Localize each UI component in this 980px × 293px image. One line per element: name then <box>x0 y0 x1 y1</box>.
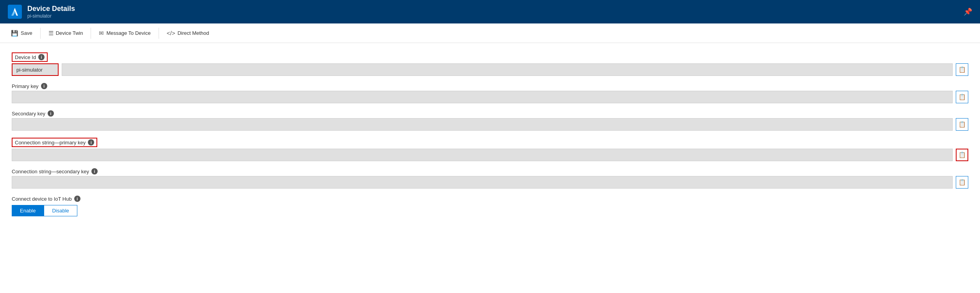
connect-device-section: Connect device to IoT Hub i Enable Disab… <box>12 196 968 216</box>
connection-string-secondary-input[interactable] <box>12 176 953 189</box>
envelope-icon: ✉ <box>99 30 104 37</box>
connection-string-primary-label-text: Connection string—primary key <box>15 140 86 146</box>
main-content: Device Id i 📋 Primary key i 📋 Sec <box>0 43 980 226</box>
copy-icon-4: 📋 <box>959 151 966 158</box>
connection-string-secondary-field-row: 📋 <box>12 176 968 189</box>
secondary-key-field-row: 📋 <box>12 118 968 131</box>
primary-key-field-row: 📋 <box>12 91 968 103</box>
list-icon: ☰ <box>48 30 54 37</box>
enable-button[interactable]: Enable <box>12 205 44 216</box>
device-id-group: Device Id i 📋 <box>12 52 968 76</box>
secondary-key-copy-button[interactable]: 📋 <box>956 118 968 131</box>
device-twin-button[interactable]: ☰ Device Twin <box>44 27 88 39</box>
connection-string-secondary-group: Connection string—secondary key i 📋 <box>12 168 968 189</box>
save-label: Save <box>21 30 32 36</box>
connection-string-primary-label-box: Connection string—primary key i <box>12 138 97 147</box>
copy-icon-2: 📋 <box>959 93 966 101</box>
connection-string-primary-label-wrapper: Connection string—primary key i <box>12 138 968 147</box>
secondary-key-label: Secondary key i <box>12 110 968 117</box>
secondary-key-input[interactable] <box>12 118 953 131</box>
toolbar-divider-3 <box>159 28 159 39</box>
disable-button[interactable]: Disable <box>44 205 77 216</box>
secondary-key-info-icon[interactable]: i <box>48 110 54 117</box>
connection-string-secondary-info-icon[interactable]: i <box>91 168 98 174</box>
connection-string-primary-group: Connection string—primary key i 📋 <box>12 138 968 161</box>
save-icon: 💾 <box>11 30 18 37</box>
device-id-info-icon[interactable]: i <box>38 54 45 60</box>
connection-string-primary-field-row: 📋 <box>12 149 968 161</box>
primary-key-group: Primary key i 📋 <box>12 83 968 103</box>
pin-icon[interactable]: 📌 <box>964 7 972 16</box>
save-button[interactable]: 💾 Save <box>6 27 37 39</box>
device-id-label-box: Device Id i <box>12 52 48 62</box>
connection-string-secondary-label: Connection string—secondary key i <box>12 168 968 174</box>
secondary-key-label-text: Secondary key <box>12 111 45 117</box>
primary-key-label-text: Primary key <box>12 83 39 89</box>
primary-key-input[interactable] <box>12 91 953 103</box>
copy-icon-3: 📋 <box>959 121 966 128</box>
app-subtitle: pi-simulator <box>27 13 75 19</box>
copy-icon: 📋 <box>959 66 966 73</box>
device-id-label-wrapper: Device Id i <box>12 52 968 62</box>
device-twin-label: Device Twin <box>56 30 83 36</box>
connection-string-secondary-label-text: Connection string—secondary key <box>12 169 89 174</box>
header-title-block: Device Details pi-simulator <box>27 5 75 19</box>
connection-string-primary-copy-button[interactable]: 📋 <box>956 149 968 161</box>
header-left: Device Details pi-simulator <box>8 5 75 19</box>
app-header: Device Details pi-simulator 📌 <box>0 0 980 23</box>
direct-method-button[interactable]: </> Direct Method <box>162 27 214 39</box>
device-id-input[interactable] <box>12 63 59 76</box>
primary-key-label: Primary key i <box>12 83 968 89</box>
direct-method-label: Direct Method <box>177 30 209 36</box>
code-icon: </> <box>167 30 175 36</box>
primary-key-info-icon[interactable]: i <box>41 83 47 89</box>
secondary-key-group: Secondary key i 📋 <box>12 110 968 131</box>
device-id-field-row: 📋 <box>12 63 968 76</box>
message-to-device-button[interactable]: ✉ Message To Device <box>94 27 155 39</box>
connect-device-info-icon[interactable]: i <box>74 196 80 202</box>
connect-device-btn-group: Enable Disable <box>12 205 968 216</box>
device-id-copy-button[interactable]: 📋 <box>956 63 968 76</box>
connection-string-primary-info-icon[interactable]: i <box>88 139 94 146</box>
device-id-fill-input[interactable] <box>62 63 953 76</box>
app-title: Device Details <box>27 5 75 13</box>
connect-device-label-text: Connect device to IoT Hub <box>12 196 72 202</box>
azure-logo <box>8 5 22 19</box>
primary-key-copy-button[interactable]: 📋 <box>956 91 968 103</box>
message-to-device-label: Message To Device <box>106 30 150 36</box>
toolbar-divider-2 <box>91 28 91 39</box>
connect-device-label: Connect device to IoT Hub i <box>12 196 968 202</box>
copy-icon-5: 📋 <box>959 179 966 186</box>
toolbar: 💾 Save ☰ Device Twin ✉ Message To Device… <box>0 23 980 43</box>
device-id-label-text: Device Id <box>15 54 36 60</box>
toolbar-divider-1 <box>40 28 41 39</box>
connection-string-secondary-copy-button[interactable]: 📋 <box>956 176 968 189</box>
connection-string-primary-input[interactable] <box>12 149 953 161</box>
